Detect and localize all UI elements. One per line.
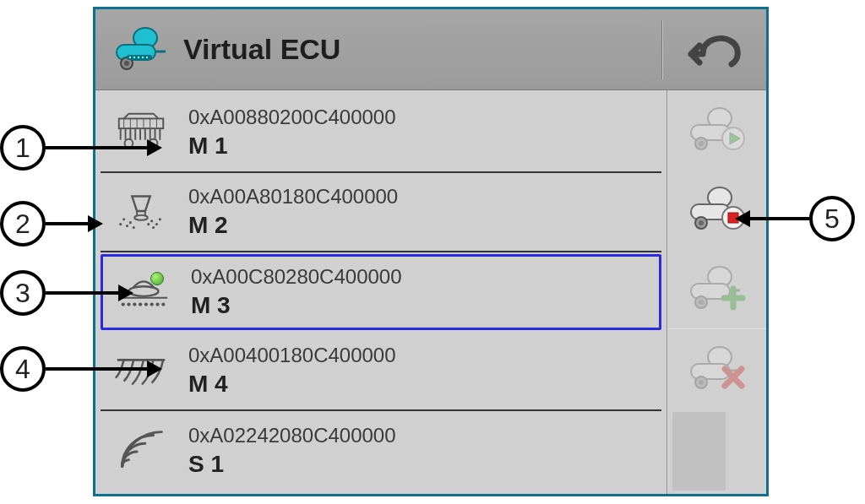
virtual-ecu-screen: Virtual ECU	[93, 7, 769, 496]
ecu-play-button[interactable]	[667, 90, 766, 170]
svg-point-55	[155, 302, 159, 306]
list-item[interactable]: 0xA00C80280C400000 M 3	[101, 254, 661, 330]
item-name: M 2	[188, 212, 656, 239]
spreader-icon	[106, 190, 177, 234]
app-icon	[104, 26, 180, 73]
svg-point-47	[129, 286, 159, 296]
item-name: M 4	[188, 371, 656, 398]
ecu-stop-button[interactable]	[667, 170, 766, 249]
ecu-stop-icon	[686, 186, 748, 233]
svg-point-33	[150, 139, 158, 148]
scrollbar[interactable]	[672, 412, 726, 490]
active-dot-icon	[150, 272, 164, 285]
svg-point-51	[133, 302, 136, 306]
item-address: 0xA00880200C400000	[188, 106, 656, 129]
radio-waves-icon	[106, 429, 177, 473]
svg-point-37	[122, 218, 125, 220]
ecu-list: 0xA00880200C400000 M 1	[95, 90, 666, 494]
item-address: 0xA02242080C400000	[188, 424, 656, 447]
header-divider	[661, 20, 663, 79]
header-bar: Virtual ECU	[95, 9, 766, 90]
seed-drill-icon	[106, 111, 177, 154]
svg-point-56	[161, 302, 165, 306]
list-item[interactable]: 0xA00880200C400000 M 1	[101, 94, 661, 173]
plough-icon	[106, 349, 177, 393]
list-item[interactable]: 0xA00400180C400000 M 4	[101, 332, 661, 411]
svg-point-36	[134, 215, 148, 220]
svg-point-32	[125, 139, 133, 148]
list-item[interactable]: 0xA02242080C400000 S 1	[101, 411, 661, 490]
svg-point-52	[139, 302, 142, 306]
list-item[interactable]: 0xA00A80180C400000 M 2	[101, 173, 661, 252]
svg-point-39	[126, 225, 128, 227]
item-name: M 3	[191, 292, 654, 319]
action-column	[666, 90, 766, 494]
body: 0xA00880200C400000 M 1	[95, 90, 766, 494]
ecu-play-icon	[686, 106, 748, 154]
ecu-delete-button[interactable]	[667, 329, 766, 409]
item-name: M 1	[188, 133, 656, 160]
callout-2: 2	[0, 201, 103, 247]
item-address: 0xA00C80280C400000	[191, 265, 654, 289]
ecu-delete-icon	[686, 345, 748, 393]
svg-point-42	[150, 219, 153, 222]
svg-point-49	[122, 302, 125, 306]
svg-point-46	[147, 223, 150, 225]
item-name: S 1	[188, 451, 656, 478]
svg-point-50	[127, 302, 130, 306]
svg-point-45	[152, 226, 155, 229]
page-title: Virtual ECU	[183, 33, 340, 66]
svg-point-40	[129, 221, 132, 224]
item-address: 0xA00400180C400000	[188, 344, 656, 367]
svg-point-41	[133, 226, 135, 229]
svg-point-54	[150, 302, 154, 306]
item-address: 0xA00A80180C400000	[188, 185, 656, 209]
svg-point-38	[119, 223, 122, 225]
svg-rect-60	[728, 213, 738, 223]
back-icon	[688, 29, 747, 71]
ecu-add-icon	[686, 265, 748, 312]
planter-icon	[108, 270, 179, 314]
svg-point-53	[144, 302, 148, 306]
svg-point-44	[159, 218, 161, 220]
ecu-add-button[interactable]	[667, 249, 766, 328]
back-button[interactable]	[668, 9, 766, 89]
svg-point-43	[155, 223, 158, 225]
